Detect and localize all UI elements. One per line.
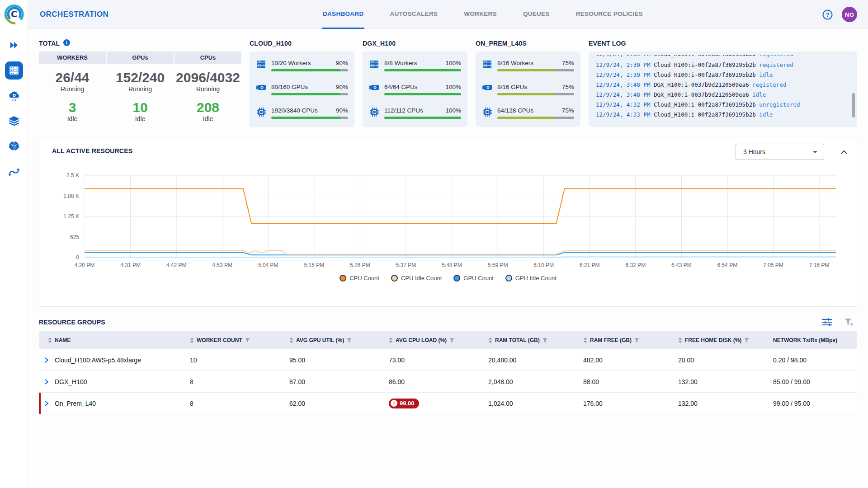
sort-icon[interactable] (289, 338, 293, 343)
sort-icon[interactable] (583, 338, 587, 343)
column-header-ram-free-gb-[interactable]: RAM FREE (GB) (574, 331, 669, 349)
sort-icon[interactable] (389, 338, 393, 343)
total-heading: TOTAL (39, 39, 241, 48)
column-header-name[interactable]: NAME (39, 331, 181, 349)
brain-workloads-icon (8, 141, 20, 151)
column-header-avg-gpu-util-[interactable]: AVG GPU UTIL (%) (280, 331, 380, 349)
expand-row-icon[interactable] (43, 400, 50, 407)
ram-total-cell: 2,048.00 (479, 371, 574, 392)
column-header-ram-total-gb-[interactable]: RAM TOTAL (GB) (479, 331, 574, 349)
legend-item-cpu-count[interactable]: CPU Count (340, 275, 379, 282)
event-log-card: 12/9/24, 2:39 PM Cloud_H100:i-00f2a87f36… (589, 52, 857, 127)
stat-label-text: 8/16 Workers (497, 60, 533, 66)
sort-icon[interactable] (48, 338, 52, 343)
table-row[interactable]: DGX_H100887.0086.002,048.0088.00132.0085… (39, 371, 857, 393)
scrollbar-thumb[interactable] (852, 93, 855, 117)
column-header-network-tx-rx-mbps-[interactable]: NETWORK Tx/Rx (MBps) (764, 331, 857, 349)
legend-item-gpu-count[interactable]: GPU Count (453, 275, 493, 282)
total-grid: WORKERSGPUsCPUs26/44Running3Idle152/240R… (39, 52, 241, 122)
progress-bar (497, 93, 574, 95)
help-icon[interactable]: ? (822, 9, 833, 22)
legend-item-cpu-idle-count[interactable]: CPU Idle Count (391, 275, 442, 282)
info-icon[interactable] (63, 39, 70, 47)
idle-label: Idle (107, 115, 174, 122)
idle-value: 10 (107, 100, 174, 115)
filter-icon[interactable] (744, 338, 749, 343)
tab-workers[interactable]: WORKERS (463, 0, 498, 29)
log-source: Cloud_H100:i-00f2a87f369195b2b (654, 71, 759, 78)
event-log-heading: EVENT LOG (589, 39, 857, 48)
sidebar-item-layers-queues[interactable] (5, 112, 23, 130)
alert-value: 99.00 (400, 400, 415, 407)
expand-row-icon[interactable] (43, 379, 50, 385)
progress-bar (497, 69, 574, 71)
filter-icon[interactable] (542, 338, 547, 343)
sidebar-item-expand-sidebar[interactable] (5, 36, 23, 54)
table-row[interactable]: Cloud_H100:AWS-p5.48xlarge1095.0073.0020… (39, 349, 857, 371)
table-row[interactable]: On_Prem_L40862.00!99.001,024.00176.00132… (39, 393, 857, 414)
sidebar-item-dashboard-servers[interactable] (5, 61, 23, 80)
free-home-disk-cell: 132.00 (669, 393, 764, 414)
app-logo-icon[interactable]: C (4, 4, 24, 24)
filter-icon[interactable] (449, 338, 454, 343)
time-range-select[interactable]: 3 Hours (736, 144, 824, 160)
column-header-worker-count[interactable]: WORKER COUNT (181, 331, 280, 349)
x-tick-label: 6:21 PM (573, 262, 606, 268)
running-value: 152/240 (107, 70, 174, 85)
cluster-heading: ON_PREM_L40S (476, 39, 580, 48)
x-tick-label: 6:43 PM (665, 262, 698, 268)
tab-resource-policies[interactable]: RESOURCE POLICIES (575, 0, 644, 29)
progress-bar-fill (497, 69, 555, 71)
log-status: unregistered (759, 101, 800, 108)
avatar[interactable]: NO (842, 7, 857, 22)
expand-sidebar-icon (9, 41, 19, 49)
column-settings-icon[interactable] (822, 318, 832, 326)
sidebar-item-cloud-autoscaler[interactable] (5, 87, 23, 105)
idle-value: 208 (175, 100, 241, 115)
workers-icon (257, 60, 266, 68)
sidebar-item-brain-workloads[interactable] (5, 137, 23, 155)
filter-icon[interactable] (347, 338, 352, 343)
cluster-stat-row: 10/20 Workers90% (256, 60, 348, 71)
table-header-row: NAMEWORKER COUNTAVG GPU UTIL (%)AVG CPU … (39, 331, 857, 349)
summary-row: TOTAL WORKERSGPUsCPUs26/44Running3Idle15… (39, 39, 857, 127)
cpu-icon (483, 108, 492, 117)
column-header-label: RAM FREE (GB) (590, 337, 632, 343)
cluster-stat-row: 64/64 GPUs100% (369, 84, 461, 95)
running-value: 2096/4032 (175, 70, 241, 85)
tab-dashboard[interactable]: DASHBOARD (322, 0, 364, 29)
log-status: idle (752, 91, 766, 98)
log-entry: 12/9/24, 3:48 PM DGX_H100:i-0037b9d21205… (596, 90, 849, 100)
log-timestamp: 12/9/24, 3:48 PM (596, 81, 654, 88)
log-source: Cloud_H100:i-00f2a87f369195b2b (654, 101, 759, 108)
sort-icon[interactable] (488, 338, 492, 343)
sort-icon[interactable] (190, 338, 194, 343)
clear-filters-icon[interactable] (844, 319, 854, 326)
legend-color-dot (453, 275, 460, 282)
x-tick-label: 4:42 PM (160, 262, 193, 268)
column-header-label: RAM TOTAL (GB) (495, 337, 540, 343)
tab-queues[interactable]: QUEUES (522, 0, 551, 29)
running-value: 26/44 (39, 70, 106, 85)
tab-autoscalers[interactable]: AUTOSCALERS (389, 0, 439, 29)
progress-bar-fill (271, 117, 340, 119)
row-name-cell: On_Prem_L40 (39, 393, 181, 414)
x-tick-label: 4:31 PM (114, 262, 147, 268)
worker-count-cell: 10 (181, 349, 280, 371)
avg-gpu-util-cell: 95.00 (280, 349, 380, 371)
filter-icon[interactable] (245, 338, 250, 343)
stat-label-text: 10/20 Workers (271, 60, 311, 66)
legend-color-dot (391, 275, 398, 282)
workflow-pipelines-icon (8, 167, 20, 177)
column-header-avg-cpu-load-[interactable]: AVG CPU LOAD (%) (380, 331, 479, 349)
filter-icon[interactable] (634, 338, 639, 343)
sidebar-item-workflow-pipelines[interactable] (5, 163, 23, 181)
expand-row-icon[interactable] (43, 357, 50, 363)
column-header-free-home-disk-[interactable]: FREE HOME DISK (%) (669, 331, 764, 349)
resource-groups-table: NAMEWORKER COUNTAVG GPU UTIL (%)AVG CPU … (39, 331, 857, 414)
sort-icon[interactable] (678, 338, 682, 343)
collapse-chevron-icon[interactable] (840, 148, 848, 156)
legend-label: GPU Count (463, 275, 493, 282)
legend-item-gpu-idle-count[interactable]: GPU Idle Count (505, 275, 557, 282)
progress-bar-fill (384, 69, 461, 71)
